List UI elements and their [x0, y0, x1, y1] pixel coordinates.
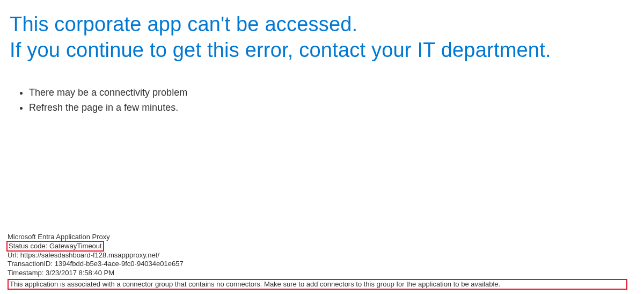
url-value: https://salesdashboard-f128.msappproxy.n…: [20, 251, 159, 259]
suggestion-item: There may be a connectivity problem: [29, 85, 644, 101]
url-line: Url: https://salesdashboard-f128.msapppr…: [8, 251, 636, 260]
heading-line-2: If you continue to get this error, conta…: [10, 38, 634, 63]
timestamp-value: 3/23/2017 8:58:40 PM: [46, 269, 114, 277]
status-code-line: Status code: GatewayTimeout: [8, 241, 636, 251]
suggestion-list: There may be a connectivity problem Refr…: [0, 85, 644, 116]
heading-line-1: This corporate app can't be accessed.: [10, 12, 634, 38]
timestamp-label: Timestamp:: [8, 269, 43, 277]
status-code-highlight: Status code: GatewayTimeout: [6, 241, 104, 252]
transaction-label: TransactionID:: [8, 260, 53, 268]
status-code-value: GatewayTimeout: [49, 242, 102, 250]
suggestion-item: Refresh the page in a few minutes.: [29, 101, 644, 116]
connector-message: This application is associated with a co…: [10, 280, 500, 288]
timestamp-line: Timestamp: 3/23/2017 8:58:40 PM: [8, 269, 636, 277]
product-name: Microsoft Entra Application Proxy: [8, 233, 636, 241]
url-label: Url:: [8, 251, 18, 259]
error-footer: Microsoft Entra Application Proxy Status…: [8, 233, 636, 290]
connector-message-highlight: This application is associated with a co…: [8, 279, 627, 290]
transaction-value: 1394fbdd-b5e3-4ace-9fc0-94034e01e657: [55, 260, 184, 268]
transaction-line: TransactionID: 1394fbdd-b5e3-4ace-9fc0-9…: [8, 260, 636, 268]
error-heading: This corporate app can't be accessed. If…: [0, 0, 644, 63]
status-code-label: Status code:: [9, 242, 47, 250]
